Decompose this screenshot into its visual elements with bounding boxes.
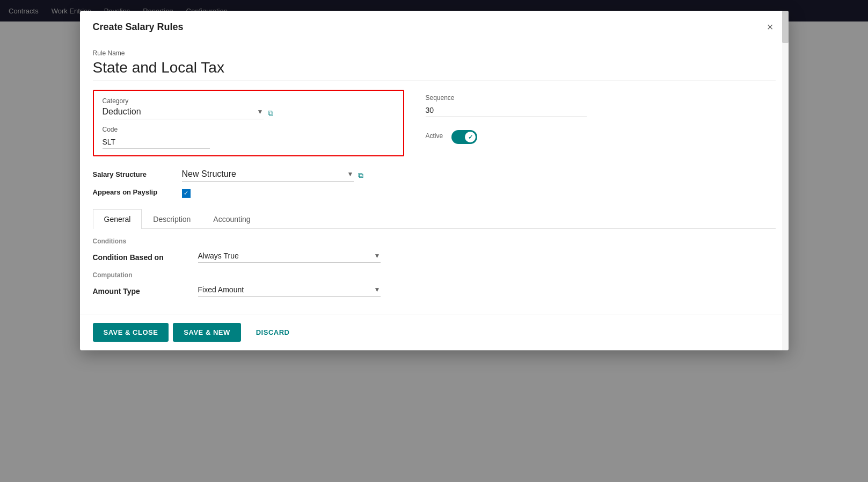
tabs-row: General Description Accounting — [93, 209, 776, 229]
scrollbar-track[interactable] — [782, 11, 789, 350]
modal-body: Rule Name State and Local Tax Category D… — [80, 41, 789, 314]
rule-name-label: Rule Name — [93, 49, 776, 57]
amount-type-value: Fixed Amount — [198, 285, 370, 294]
discard-button[interactable]: DISCARD — [245, 323, 301, 342]
category-select-wrapper: Deduction ▼ — [103, 107, 264, 119]
modal-title: Create Salary Rules — [93, 21, 184, 33]
modal-close-button[interactable]: × — [765, 19, 776, 34]
tab-content-general: Conditions Condition Based on Always Tru… — [93, 238, 776, 297]
active-label: Active — [426, 132, 443, 140]
computation-section-header: Computation — [93, 271, 776, 279]
tab-general[interactable]: General — [93, 209, 142, 229]
category-dropdown-arrow[interactable]: ▼ — [257, 108, 264, 116]
salary-structure-external-link-icon[interactable]: ⧉ — [358, 171, 363, 180]
condition-based-on-row: Condition Based on Always True ▼ — [93, 251, 776, 263]
toggle-knob: ✓ — [465, 132, 476, 142]
modal-overlay: Create Salary Rules × Rule Name State an… — [0, 0, 868, 482]
amount-type-select-wrapper: Fixed Amount ▼ — [198, 285, 381, 297]
code-value: SLT — [103, 135, 210, 149]
appears-on-payslip-label: Appears on Payslip — [93, 188, 173, 196]
active-toggle[interactable]: ✓ — [451, 130, 477, 144]
create-salary-rules-modal: Create Salary Rules × Rule Name State an… — [80, 11, 789, 350]
appears-on-payslip-checkbox[interactable]: ✓ — [182, 189, 191, 198]
scrollbar-thumb[interactable] — [782, 11, 789, 43]
condition-dropdown-arrow[interactable]: ▼ — [374, 252, 381, 260]
salary-structure-value: New Structure — [182, 169, 343, 179]
conditions-section-header: Conditions — [93, 238, 776, 245]
category-external-link-icon[interactable]: ⧉ — [268, 109, 273, 118]
rule-name-separator — [93, 81, 776, 81]
category-value: Deduction — [103, 107, 253, 117]
condition-based-on-label: Condition Based on — [93, 253, 189, 262]
amount-type-row: Amount Type Fixed Amount ▼ — [93, 285, 776, 297]
sequence-label: Sequence — [426, 94, 587, 102]
sequence-value: 30 — [426, 104, 587, 117]
amount-type-label: Amount Type — [93, 287, 189, 296]
category-label: Category — [103, 97, 395, 105]
code-label: Code — [103, 126, 210, 133]
modal-header: Create Salary Rules × — [80, 11, 789, 41]
tab-accounting[interactable]: Accounting — [202, 209, 261, 229]
category-code-section: Category Deduction ▼ ⧉ Code — [93, 90, 404, 156]
salary-structure-label: Salary Structure — [93, 170, 173, 178]
save-new-button[interactable]: SAVE & NEW — [173, 323, 240, 342]
condition-based-on-select-wrapper: Always True ▼ — [198, 251, 381, 263]
amount-type-dropdown-arrow[interactable]: ▼ — [374, 286, 381, 293]
save-close-button[interactable]: SAVE & CLOSE — [93, 323, 169, 342]
salary-structure-select-wrapper: New Structure ▼ — [182, 169, 354, 182]
condition-based-on-value: Always True — [198, 251, 370, 260]
tab-description[interactable]: Description — [142, 209, 202, 229]
toggle-check-icon: ✓ — [468, 134, 473, 141]
rule-name-value: State and Local Tax — [93, 59, 776, 76]
salary-structure-dropdown-arrow[interactable]: ▼ — [347, 170, 354, 178]
modal-footer: SAVE & CLOSE SAVE & NEW DISCARD — [80, 314, 789, 350]
